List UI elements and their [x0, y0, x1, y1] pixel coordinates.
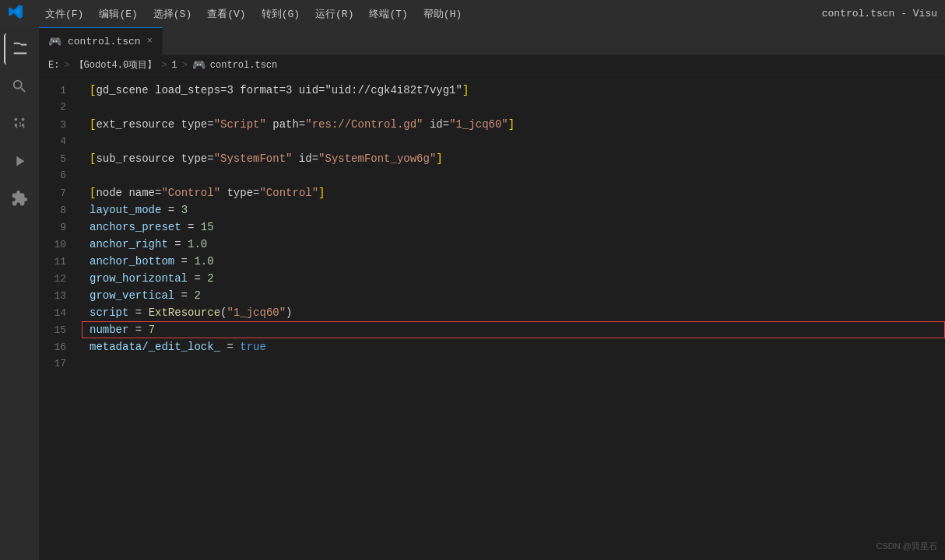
menu-goto[interactable]: 转到(G) — [255, 4, 306, 24]
line-number: 15 — [39, 322, 82, 339]
tab-control-tscn[interactable]: 🎮 control.tscn × — [39, 27, 163, 55]
line-number: 12 — [39, 271, 82, 288]
breadcrumb-sep2: > — [161, 60, 167, 71]
line-content: number = 7 — [82, 321, 945, 338]
code-line-7: 7[node name="Control" type="Control"] — [39, 184, 945, 201]
code-line-5: 5[sub_resource type="SystemFont" id="Sys… — [39, 150, 945, 167]
code-line-13: 13grow_vertical = 2 — [39, 287, 945, 304]
code-line-2: 2 — [39, 99, 945, 116]
line-number: 5 — [39, 151, 82, 168]
code-line-6: 6 — [39, 167, 945, 184]
line-content: anchor_bottom = 1.0 — [82, 253, 945, 270]
line-number: 10 — [39, 236, 82, 254]
activity-debug-icon[interactable] — [4, 145, 35, 177]
menu-terminal[interactable]: 终端(T) — [363, 4, 413, 24]
breadcrumb-folder[interactable]: 【Godot4.0项目】 — [75, 58, 157, 72]
line-number: 3 — [39, 117, 82, 134]
menu-run[interactable]: 运行(R) — [309, 4, 360, 24]
line-content: [ext_resource type="Script" path="res://… — [82, 116, 945, 133]
editor-area: 🎮 control.tscn × E: > 【Godot4.0项目】 > 1 >… — [39, 27, 945, 560]
tab-close-button[interactable]: × — [147, 36, 153, 47]
code-line-17: 17 — [39, 355, 945, 373]
titlebar: 文件(F) 编辑(E) 选择(S) 查看(V) 转到(G) 运行(R) 终端(T… — [0, 0, 945, 27]
line-content: [node name="Control" type="Control"] — [82, 184, 945, 201]
code-line-15: 15number = 7 — [39, 321, 945, 338]
line-content: grow_vertical = 2 — [82, 287, 945, 304]
line-content: layout_mode = 3 — [82, 201, 945, 219]
activity-bar — [0, 27, 39, 560]
code-line-4: 4 — [39, 133, 945, 150]
line-content: script = ExtResource("1_jcq60") — [82, 304, 945, 321]
line-content: [gd_scene load_steps=3 format=3 uid="uid… — [82, 82, 945, 99]
activity-source-control-icon[interactable] — [4, 108, 35, 139]
line-content: [sub_resource type="SystemFont" id="Syst… — [82, 150, 945, 167]
code-line-3: 3[ext_resource type="Script" path="res:/… — [39, 116, 945, 133]
line-content: anchors_preset = 15 — [82, 219, 945, 236]
line-number: 2 — [39, 99, 82, 116]
activity-files-icon[interactable] — [4, 33, 35, 65]
code-line-16: 16metadata/_edit_lock_ = true — [39, 338, 945, 355]
tab-bar: 🎮 control.tscn × — [39, 27, 945, 55]
breadcrumb-drive[interactable]: E: — [48, 60, 59, 71]
line-number: 13 — [39, 288, 82, 305]
line-content: grow_horizontal = 2 — [82, 270, 945, 287]
code-line-8: 8layout_mode = 3 — [39, 201, 945, 219]
tab-filename: control.tscn — [68, 36, 141, 47]
line-number: 7 — [39, 185, 82, 202]
tab-file-icon: 🎮 — [48, 35, 61, 48]
line-number: 11 — [39, 254, 82, 271]
code-editor[interactable]: 1[gd_scene load_steps=3 format=3 uid="ui… — [39, 75, 945, 560]
line-number: 8 — [39, 202, 82, 219]
code-line-1: 1[gd_scene load_steps=3 format=3 uid="ui… — [39, 82, 945, 99]
code-line-10: 10anchor_right = 1.0 — [39, 236, 945, 253]
line-number: 9 — [39, 219, 82, 236]
breadcrumb-sep3: > — [182, 60, 188, 71]
line-number: 4 — [39, 133, 82, 150]
activity-extensions-icon[interactable] — [4, 183, 35, 214]
menu-select[interactable]: 选择(S) — [147, 4, 198, 24]
breadcrumb: E: > 【Godot4.0项目】 > 1 > 🎮 control.tscn — [39, 55, 945, 75]
breadcrumb-godot-icon: 🎮 — [192, 58, 206, 72]
line-number: 16 — [39, 339, 82, 356]
code-line-9: 9anchors_preset = 15 — [39, 219, 945, 236]
window-title: control.tscn - Visu — [822, 8, 937, 19]
menu-help[interactable]: 帮助(H) — [417, 4, 468, 24]
line-number: 1 — [39, 82, 82, 100]
main-layout: 🎮 control.tscn × E: > 【Godot4.0项目】 > 1 >… — [0, 27, 945, 560]
line-content: metadata/_edit_lock_ = true — [82, 338, 945, 355]
code-line-12: 12grow_horizontal = 2 — [39, 270, 945, 287]
line-number: 14 — [39, 305, 82, 322]
vscode-logo — [8, 4, 23, 24]
watermark: CSDN @巽星石 — [876, 541, 937, 552]
menu-edit[interactable]: 编辑(E) — [93, 4, 143, 24]
code-line-14: 14script = ExtResource("1_jcq60") — [39, 304, 945, 321]
activity-search-icon[interactable] — [4, 71, 35, 102]
line-number: 17 — [39, 355, 82, 373]
line-number: 6 — [39, 167, 82, 184]
breadcrumb-num[interactable]: 1 — [171, 60, 177, 71]
breadcrumb-sep1: > — [64, 60, 69, 71]
code-line-11: 11anchor_bottom = 1.0 — [39, 253, 945, 270]
breadcrumb-file[interactable]: control.tscn — [210, 60, 277, 71]
menu-view[interactable]: 查看(V) — [201, 4, 251, 24]
line-content: anchor_right = 1.0 — [82, 236, 945, 253]
menu-file[interactable]: 文件(F) — [39, 4, 90, 24]
menu-bar: 文件(F) 编辑(E) 选择(S) 查看(V) 转到(G) 运行(R) 终端(T… — [39, 4, 468, 24]
